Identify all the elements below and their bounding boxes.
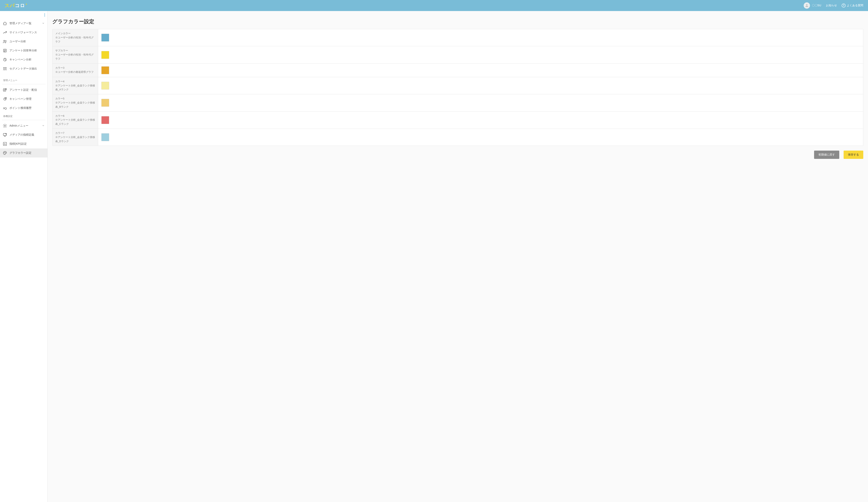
sidebar: 管理メディア一覧サイトパフォーマンスユーザー分析アンケート回答率分析キャンペーン… xyxy=(0,11,48,502)
users-icon xyxy=(3,39,7,44)
notice-link[interactable]: お知らせ xyxy=(826,4,837,7)
sidebar-item-label: キャンペーン管理 xyxy=(9,97,31,101)
color-swatch[interactable] xyxy=(101,51,109,59)
sidebar-item-label: 管理メディア一覧 xyxy=(9,22,31,25)
page-title: グラフカラー設定 xyxy=(52,18,863,25)
sidebar-item-label: 指標(KPI)設定 xyxy=(9,142,27,146)
color-value-cell xyxy=(98,112,863,129)
reset-button[interactable]: 初期値に戻す xyxy=(814,151,839,159)
color-name: カラー4 xyxy=(55,80,95,84)
color-note: ※アンケート分析_会員ランク推移表_Dランク xyxy=(55,135,95,143)
sidebar-item[interactable]: メディアの指標定義 xyxy=(0,130,48,139)
color-row: カラー4※アンケート分析_会員ランク推移表_Aランク xyxy=(53,77,863,94)
sidebar-item-label: サイトパフォーマンス xyxy=(9,31,37,34)
svg-point-14 xyxy=(6,89,7,90)
sidebar-item-label: アンケート回答率分析 xyxy=(9,49,37,52)
svg-point-25 xyxy=(6,133,7,134)
main-content: グラフカラー設定 メインカラー※ユーザー分析の性別・性年代グラフサブカラー※ユー… xyxy=(48,11,868,502)
color-note: ※ユーザー分析の性別・性年代グラフ xyxy=(55,53,95,61)
home-icon xyxy=(3,21,7,26)
svg-point-5 xyxy=(5,41,6,41)
sidebar-item-label: アンケート設定・配信 xyxy=(9,88,37,92)
sidebar-item-label: Adminメニュー xyxy=(9,124,28,128)
sidebar-group-title: 管理メニュー xyxy=(0,77,48,83)
sidebar-item-label: キャンペーン分析 xyxy=(9,58,31,61)
sidebar-item[interactable]: 指標(KPI)設定 xyxy=(0,139,48,149)
color-label-cell: サブカラー※ユーザー分析の性別・性年代グラフ xyxy=(53,46,98,63)
sidebar-item-label: ユーザー分析 xyxy=(9,40,26,43)
color-value-cell xyxy=(98,46,863,63)
kebab-icon[interactable] xyxy=(44,13,45,17)
survey-icon xyxy=(3,48,7,53)
color-swatch[interactable] xyxy=(101,82,109,90)
svg-text:P: P xyxy=(3,107,5,110)
svg-point-2 xyxy=(44,14,45,16)
save-button[interactable]: 保存する xyxy=(844,151,863,159)
color-label-cell: カラー5※アンケート分析_会員ランク推移表_Bランク xyxy=(53,94,98,111)
color-label-cell: メインカラー※ユーザー分析の性別・性年代グラフ xyxy=(53,29,98,46)
campaign-analysis-icon xyxy=(3,58,7,62)
color-value-cell xyxy=(98,63,863,77)
color-row: カラー6※アンケート分析_会員ランク推移表_Cランク xyxy=(53,112,863,129)
color-name: カラー3 xyxy=(55,66,95,70)
color-label-cell: カラー7※アンケート分析_会員ランク推移表_Dランク xyxy=(53,129,98,146)
sidebar-item[interactable]: サイトパフォーマンス xyxy=(0,28,48,37)
campaign-gear-icon xyxy=(3,97,7,101)
point-icon: P xyxy=(3,106,7,110)
avatar xyxy=(804,2,810,9)
survey-gear-icon xyxy=(3,88,7,92)
color-note: ※ユーザー分析の都道府県グラフ xyxy=(55,70,95,74)
palette-icon xyxy=(3,151,7,155)
color-value-cell xyxy=(98,77,863,94)
svg-point-30 xyxy=(4,153,4,153)
color-swatch[interactable] xyxy=(101,116,109,124)
color-name: サブカラー xyxy=(55,49,95,53)
sidebar-item[interactable]: 管理メディア一覧 xyxy=(0,19,48,28)
color-name: メインカラー xyxy=(55,31,95,36)
sidebar-item-label: ポイント獲得履歴 xyxy=(9,106,31,110)
sidebar-item-label: メディアの指標定義 xyxy=(9,133,34,137)
color-swatch[interactable] xyxy=(101,99,109,107)
sidebar-item[interactable]: セグメントデータ抽出 xyxy=(0,64,48,73)
color-label-cell: カラー3※ユーザー分析の都道府県グラフ xyxy=(53,63,98,77)
sidebar-item[interactable]: アンケート回答率分析 xyxy=(0,46,48,55)
action-bar: 初期値に戻す 保存する xyxy=(52,151,863,159)
svg-point-1 xyxy=(44,13,45,14)
svg-point-3 xyxy=(44,16,45,17)
color-table: メインカラー※ユーザー分析の性別・性年代グラフサブカラー※ユーザー分析の性別・性… xyxy=(52,29,863,146)
color-row: カラー7※アンケート分析_会員ランク推移表_Dランク xyxy=(53,129,863,146)
svg-point-11 xyxy=(3,68,5,69)
svg-point-32 xyxy=(6,153,6,153)
kpi-icon xyxy=(3,142,7,146)
sidebar-item[interactable]: Pポイント獲得履歴 xyxy=(0,103,48,113)
sidebar-item-label: グラフカラー設定 xyxy=(9,151,31,155)
color-label-cell: カラー4※アンケート分析_会員ランク推移表_Aランク xyxy=(53,77,98,94)
sidebar-item[interactable]: Adminメニュー xyxy=(0,121,48,130)
color-swatch[interactable] xyxy=(101,133,109,141)
avatar-icon xyxy=(805,3,809,8)
logo[interactable]: スパコロ+ xyxy=(5,2,27,9)
user-name: 〇〇SU xyxy=(812,4,821,7)
color-swatch[interactable] xyxy=(101,34,109,41)
logo-plus-icon: + xyxy=(25,2,27,6)
color-swatch[interactable] xyxy=(101,66,109,74)
sidebar-item[interactable]: グラフカラー設定 xyxy=(0,149,48,158)
faq-label: よくある質問 xyxy=(847,4,863,7)
color-row: カラー3※ユーザー分析の都道府県グラフ xyxy=(53,63,863,77)
monitor-icon xyxy=(3,133,7,137)
user-block[interactable]: 〇〇SU xyxy=(804,2,821,9)
color-value-cell xyxy=(98,94,863,111)
sidebar-item[interactable]: アンケート設定・配信 xyxy=(0,86,48,94)
sidebar-item[interactable]: キャンペーン管理 xyxy=(0,94,48,103)
help-icon: ? xyxy=(841,3,846,8)
color-note: ※アンケート分析_会員ランク推移表_Cランク xyxy=(55,118,95,126)
sidebar-item[interactable]: キャンペーン分析 xyxy=(0,55,48,64)
faq-link[interactable]: ? よくある質問 xyxy=(841,3,863,8)
sidebar-item[interactable]: ユーザー分析 xyxy=(0,37,48,46)
trend-icon xyxy=(3,30,7,34)
chevron-down-icon xyxy=(42,124,45,128)
color-note: ※アンケート分析_会員ランク推移表_Bランク xyxy=(55,101,95,109)
svg-point-0 xyxy=(806,4,807,6)
color-note: ※アンケート分析_会員ランク推移表_Aランク xyxy=(55,84,95,92)
sidebar-group-title: 各種設定 xyxy=(0,113,48,119)
